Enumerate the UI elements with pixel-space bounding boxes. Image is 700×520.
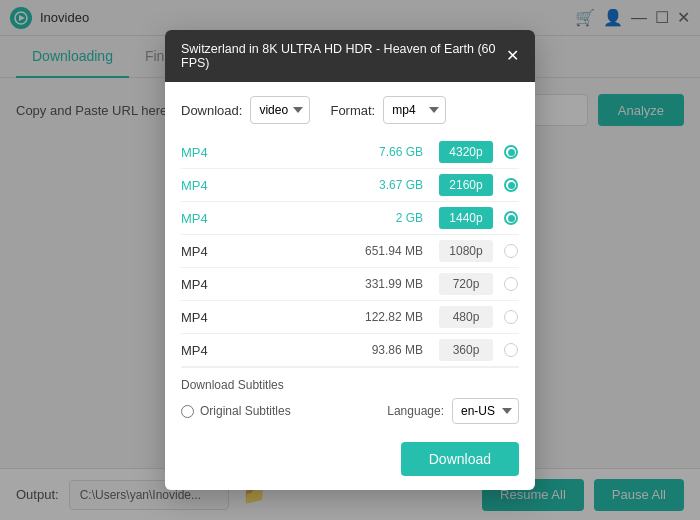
format-row[interactable]: MP493.86 MB360p (181, 334, 519, 367)
format-quality-badge: 480p (439, 306, 493, 328)
modal-overlay: Switzerland in 8K ULTRA HD HDR - Heaven … (0, 0, 700, 520)
format-radio[interactable] (503, 342, 519, 358)
format-quality-badge: 720p (439, 273, 493, 295)
format-quality-badge: 2160p (439, 174, 493, 196)
download-button[interactable]: Download (401, 442, 519, 476)
modal-body: Download: video audio Format: mp4 mkv we… (165, 82, 535, 432)
format-quality-badge: 4320p (439, 141, 493, 163)
format-size: 3.67 GB (231, 178, 439, 192)
format-row[interactable]: MP43.67 GB2160p (181, 169, 519, 202)
subtitles-row: Original Subtitles Language: en-US en-GB… (181, 398, 519, 424)
format-type: MP4 (181, 343, 231, 358)
format-radio[interactable] (503, 243, 519, 259)
subtitles-section: Download Subtitles Original Subtitles La… (181, 367, 519, 432)
format-row[interactable]: MP4651.94 MB1080p (181, 235, 519, 268)
format-type: MP4 (181, 145, 231, 160)
language-select[interactable]: en-US en-GB fr de (452, 398, 519, 424)
format-label: Format: (330, 103, 375, 118)
format-quality-badge: 1080p (439, 240, 493, 262)
format-quality-badge: 1440p (439, 207, 493, 229)
language-label: Language: (387, 404, 444, 418)
format-row[interactable]: MP4331.99 MB720p (181, 268, 519, 301)
format-type: MP4 (181, 178, 231, 193)
format-type: MP4 (181, 277, 231, 292)
format-type: MP4 (181, 211, 231, 226)
download-label: Download: (181, 103, 242, 118)
format-select[interactable]: mp4 mkv webm (383, 96, 446, 124)
format-row[interactable]: MP4122.82 MB480p (181, 301, 519, 334)
download-select[interactable]: video audio (250, 96, 310, 124)
format-size: 2 GB (231, 211, 439, 225)
original-subtitles-radio[interactable] (181, 405, 194, 418)
subtitles-check: Original Subtitles (181, 404, 291, 418)
format-radio[interactable] (503, 309, 519, 325)
format-size: 331.99 MB (231, 277, 439, 291)
format-row[interactable]: MP42 GB1440p (181, 202, 519, 235)
download-modal: Switzerland in 8K ULTRA HD HDR - Heaven … (165, 30, 535, 490)
app-window: Inovideo 🛒 👤 — ☐ ✕ Downloading Finished … (0, 0, 700, 520)
format-size: 122.82 MB (231, 310, 439, 324)
format-group: Format: mp4 mkv webm (330, 96, 446, 124)
modal-footer: Download (165, 432, 535, 490)
format-radio[interactable] (503, 177, 519, 193)
format-quality-badge: 360p (439, 339, 493, 361)
format-type: MP4 (181, 244, 231, 259)
format-size: 651.94 MB (231, 244, 439, 258)
modal-close-button[interactable]: ✕ (506, 48, 519, 64)
download-format-row: Download: video audio Format: mp4 mkv we… (181, 96, 519, 124)
format-size: 7.66 GB (231, 145, 439, 159)
modal-title: Switzerland in 8K ULTRA HD HDR - Heaven … (181, 42, 506, 70)
format-radio[interactable] (503, 144, 519, 160)
format-radio[interactable] (503, 210, 519, 226)
format-list: MP47.66 GB4320pMP43.67 GB2160pMP42 GB144… (181, 136, 519, 367)
format-size: 93.86 MB (231, 343, 439, 357)
modal-header: Switzerland in 8K ULTRA HD HDR - Heaven … (165, 30, 535, 82)
original-subtitles-label: Original Subtitles (200, 404, 291, 418)
format-type: MP4 (181, 310, 231, 325)
language-group: Language: en-US en-GB fr de (387, 398, 519, 424)
download-group: Download: video audio (181, 96, 310, 124)
format-radio[interactable] (503, 276, 519, 292)
subtitles-title: Download Subtitles (181, 378, 519, 392)
format-row[interactable]: MP47.66 GB4320p (181, 136, 519, 169)
